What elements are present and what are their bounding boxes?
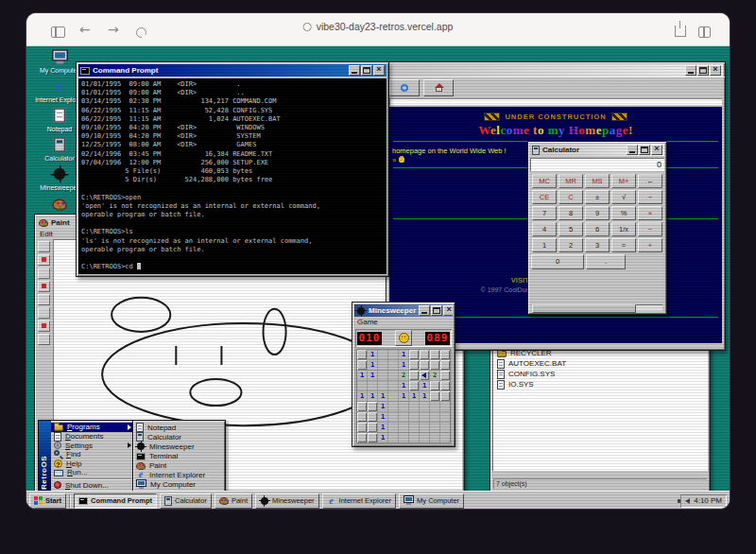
start-button[interactable]: Start [29, 493, 66, 509]
task-button-command-prompt[interactable]: Command Prompt [74, 493, 157, 509]
mine-cell[interactable] [409, 360, 419, 370]
mine-cell[interactable] [378, 360, 387, 370]
mine-cell[interactable]: 1 [368, 350, 377, 359]
mine-cell[interactable]: 1 [378, 412, 387, 422]
mine-cell[interactable]: 1 [399, 360, 408, 370]
submenu-item-notepad[interactable]: Notepad [133, 423, 225, 432]
calc-key-0[interactable]: 0 [531, 254, 584, 269]
mine-cell[interactable] [368, 433, 377, 442]
address-bar[interactable]: vibe30-day23-retros.vercel.app [303, 21, 454, 32]
mine-cell[interactable] [430, 433, 439, 442]
close-icon[interactable] [651, 145, 662, 155]
start-menu-item-help[interactable]: Help [51, 459, 133, 469]
maximize-button[interactable] [431, 305, 442, 316]
mine-cell[interactable] [409, 381, 419, 390]
mine-cell[interactable]: 1 [378, 391, 387, 401]
mine-cell[interactable] [430, 350, 439, 359]
desktop[interactable]: My ComputerInternet ExplorerNotepadCalcu… [26, 46, 730, 491]
calc-key-×[interactable]: × [638, 206, 662, 220]
mine-cell[interactable] [378, 381, 387, 390]
mine-cell[interactable] [420, 423, 429, 432]
mine-cell[interactable]: 1 [368, 391, 377, 401]
mine-cell[interactable] [440, 371, 450, 380]
calc-key-CE[interactable]: CE [532, 190, 557, 204]
calc-key-MS[interactable]: MS [585, 174, 610, 188]
start-menu-item-shutdown[interactable]: Shut Down... [51, 481, 133, 491]
mine-cell[interactable]: 2 [430, 371, 439, 380]
calc-key-1/x[interactable]: 1/x [611, 222, 636, 236]
mine-cell[interactable] [388, 423, 398, 432]
mine-cell[interactable] [409, 350, 419, 359]
task-button-paint[interactable]: Paint [215, 493, 252, 509]
scrollbar-thumb[interactable] [532, 304, 636, 313]
submenu-item-minesweeper[interactable]: Minesweeper [133, 441, 225, 451]
share-icon[interactable] [675, 24, 686, 41]
mine-cell[interactable] [430, 381, 439, 390]
submenu-item-mycomputer[interactable]: My Computer [133, 479, 225, 489]
mine-cell[interactable]: 2 [399, 371, 408, 380]
mine-cell[interactable]: 1 [420, 391, 429, 401]
mine-cell[interactable]: 1 [399, 350, 408, 359]
back-icon[interactable]: ← [79, 22, 91, 37]
mine-cell[interactable]: 1 [368, 371, 377, 380]
mine-cell[interactable]: 1 [399, 391, 408, 401]
mine-cell[interactable]: 1 [409, 391, 419, 401]
close-icon[interactable] [373, 65, 385, 76]
minimize-button[interactable] [685, 65, 696, 76]
mine-cell[interactable] [388, 381, 398, 390]
mine-cell[interactable] [399, 423, 408, 432]
mine-cell[interactable] [430, 402, 439, 411]
start-menu-item-documents[interactable]: Documents [51, 432, 133, 441]
mine-cell[interactable] [399, 402, 408, 411]
paint-tool-button[interactable] [38, 307, 50, 319]
mine-cell[interactable] [440, 412, 450, 422]
tabs-icon[interactable] [698, 25, 711, 42]
calc-key-←[interactable]: ← [638, 174, 662, 188]
calc-key-M+[interactable]: M+ [611, 174, 636, 188]
calculator-titlebar[interactable]: Calculator [530, 144, 664, 156]
calc-key-MC[interactable]: MC [532, 174, 557, 188]
mine-cell[interactable] [378, 371, 387, 380]
task-button-internet-explorer[interactable]: Internet Explorer [322, 493, 396, 509]
file-list-item[interactable]: AUTOEXEC.BAT [494, 358, 706, 369]
calc-key-−[interactable]: − [638, 222, 662, 236]
close-icon[interactable] [710, 65, 721, 76]
mine-cell[interactable]: 1 [378, 423, 387, 432]
mine-cell[interactable] [409, 423, 419, 432]
mine-cell[interactable]: 1 [357, 391, 367, 401]
mine-cell[interactable] [388, 433, 398, 442]
system-tray[interactable]: 4:10 PM [680, 494, 727, 508]
mine-cell[interactable] [409, 371, 419, 380]
calc-key-7[interactable]: 7 [532, 206, 557, 220]
paint-tool-button[interactable] [38, 294, 50, 305]
submenu-item-terminal[interactable]: Terminal [133, 451, 225, 460]
mine-cell[interactable] [440, 402, 450, 411]
mine-cell[interactable] [378, 350, 387, 359]
mine-cell[interactable] [368, 402, 377, 411]
ie-titlebar[interactable] [388, 64, 723, 77]
speaker-icon[interactable] [685, 498, 690, 504]
mine-cell[interactable] [420, 360, 429, 370]
task-button-calculator[interactable]: Calculator [160, 493, 212, 509]
terminal-output[interactable]: 01/01/1995 09:00 AM <DIR> . 01/01/1995 0… [78, 78, 387, 274]
mine-cell[interactable]: 1 [357, 371, 367, 380]
maximize-button[interactable] [639, 145, 650, 155]
task-button-minesweeper[interactable]: Minesweeper [255, 493, 319, 509]
mine-cell[interactable] [420, 371, 429, 380]
mine-cell[interactable] [430, 423, 439, 432]
mine-cell[interactable] [409, 412, 419, 422]
paint-menu-edit[interactable]: Edit [40, 230, 53, 238]
maximize-button[interactable] [361, 65, 372, 76]
forward-icon[interactable]: → [108, 22, 119, 37]
minesweeper-titlebar[interactable]: Minesweeper [354, 304, 453, 317]
paint-tool-button[interactable] [38, 281, 50, 292]
minimize-button[interactable] [627, 145, 638, 155]
calc-key-%[interactable]: % [611, 206, 636, 220]
paint-tool-button[interactable] [38, 254, 50, 266]
mine-cell[interactable]: 1 [378, 402, 387, 411]
start-menu-item-programs[interactable]: Programs [51, 423, 133, 432]
mine-cell[interactable] [440, 381, 450, 390]
mine-cell[interactable] [357, 412, 367, 422]
mine-cell[interactable] [388, 371, 398, 380]
calc-key-.[interactable]: . [586, 254, 626, 269]
